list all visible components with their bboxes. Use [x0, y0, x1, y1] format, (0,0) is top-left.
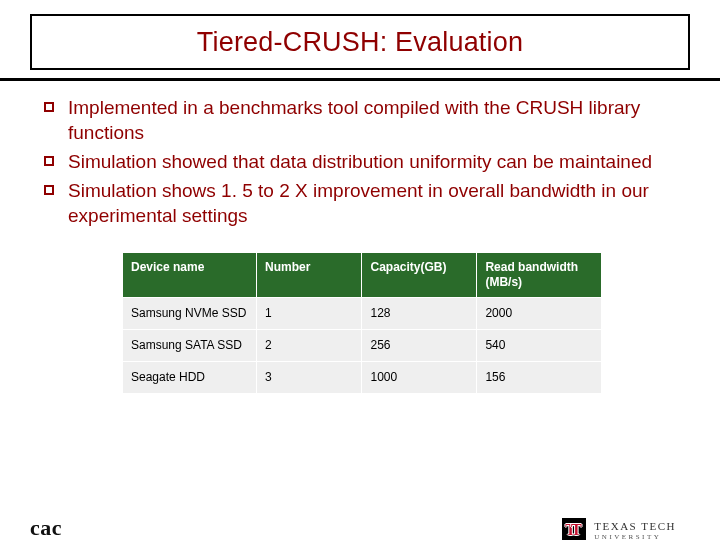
body: Implemented in a benchmarks tool compile… — [0, 81, 720, 394]
table-header-row: Device name Number Capacity(GB) Read ban… — [123, 253, 602, 298]
footer: cac Cloud and Autonomic Computing Center… — [0, 510, 720, 540]
bullet-icon — [44, 102, 54, 112]
cell-bandwidth: 540 — [477, 330, 602, 362]
table-row: Samsung NVMe SSD 1 128 2000 — [123, 298, 602, 330]
cell-bandwidth: 2000 — [477, 298, 602, 330]
device-table-wrap: Device name Number Capacity(GB) Read ban… — [122, 252, 602, 394]
cac-logo: cac — [30, 518, 62, 538]
cell-device: Samsung NVMe SSD — [123, 298, 257, 330]
tt-line2: UNIVERSITY — [594, 534, 676, 540]
logo-left: cac Cloud and Autonomic Computing Center — [30, 518, 120, 540]
bullet-text: Implemented in a benchmarks tool compile… — [68, 97, 640, 143]
slide-title: Tiered-CRUSH: Evaluation — [197, 27, 523, 58]
logo-right: TT TEXAS TECH UNIVERSITY — [562, 518, 676, 540]
bullet-item: Implemented in a benchmarks tool compile… — [40, 95, 680, 145]
cell-number: 3 — [257, 362, 362, 394]
texas-tech-text: TEXAS TECH UNIVERSITY — [594, 521, 676, 540]
cell-device: Samsung SATA SSD — [123, 330, 257, 362]
slide: Tiered-CRUSH: Evaluation Implemented in … — [0, 14, 720, 540]
bullet-text: Simulation showed that data distribution… — [68, 151, 652, 172]
bullet-icon — [44, 156, 54, 166]
cell-capacity: 256 — [362, 330, 477, 362]
bullet-item: Simulation showed that data distribution… — [40, 149, 680, 174]
table-row: Samsung SATA SSD 2 256 540 — [123, 330, 602, 362]
table-row: Seagate HDD 3 1000 156 — [123, 362, 602, 394]
col-device: Device name — [123, 253, 257, 298]
device-table: Device name Number Capacity(GB) Read ban… — [122, 252, 602, 394]
cell-device: Seagate HDD — [123, 362, 257, 394]
cell-capacity: 1000 — [362, 362, 477, 394]
texas-tech-icon: TT — [562, 518, 586, 540]
col-number: Number — [257, 253, 362, 298]
bullet-text: Simulation shows 1. 5 to 2 X improvement… — [68, 180, 649, 226]
title-box: Tiered-CRUSH: Evaluation — [30, 14, 690, 70]
cell-number: 2 — [257, 330, 362, 362]
cell-number: 1 — [257, 298, 362, 330]
cell-bandwidth: 156 — [477, 362, 602, 394]
col-capacity: Capacity(GB) — [362, 253, 477, 298]
col-bandwidth: Read bandwidth (MB/s) — [477, 253, 602, 298]
cell-capacity: 128 — [362, 298, 477, 330]
tt-line1: TEXAS TECH — [594, 521, 676, 532]
bullet-icon — [44, 185, 54, 195]
bullet-list: Implemented in a benchmarks tool compile… — [40, 95, 680, 228]
bullet-item: Simulation shows 1. 5 to 2 X improvement… — [40, 178, 680, 228]
